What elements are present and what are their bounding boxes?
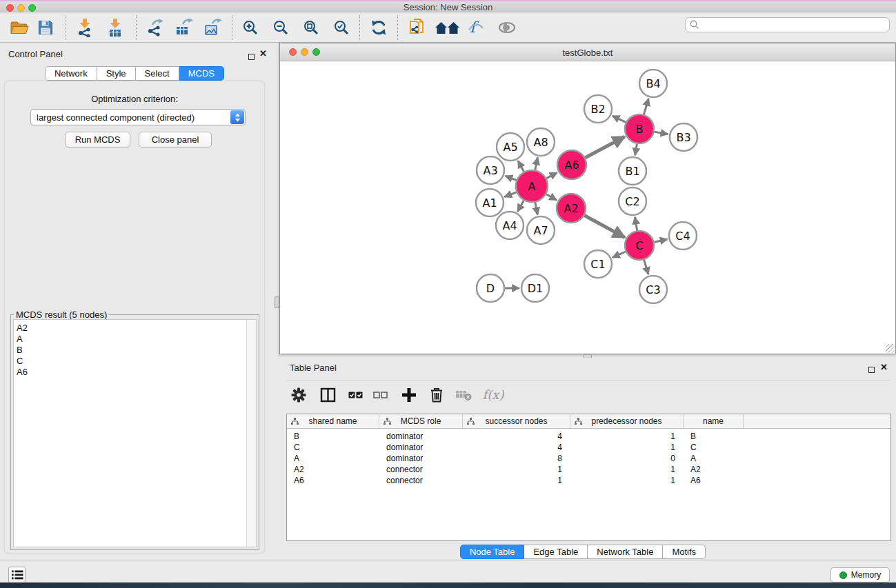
graph-node-A6[interactable]: A6 [557, 150, 586, 179]
graph-node-D[interactable]: D [477, 274, 504, 302]
result-list-scrollbar[interactable] [246, 320, 256, 547]
cell[interactable]: A6 [287, 476, 379, 485]
graph-node-C[interactable]: C [625, 231, 654, 260]
cell[interactable]: B [287, 432, 379, 441]
cell[interactable]: C [684, 443, 744, 452]
table-row-B[interactable]: Bdominator41B [287, 431, 890, 442]
run-mcds-button[interactable]: Run MCDS [65, 132, 130, 148]
graph-node-C3[interactable]: C3 [639, 276, 667, 303]
column-header-successor-nodes[interactable]: successor nodes [463, 414, 570, 428]
zoom-out-button[interactable] [269, 16, 292, 39]
graph-node-C2[interactable]: C2 [619, 187, 646, 215]
graph-node-B2[interactable]: B2 [584, 95, 612, 123]
edge-A-A8[interactable] [535, 158, 538, 170]
cell[interactable]: 1 [570, 443, 684, 452]
table-row-A6[interactable]: A6connector11A6 [287, 475, 890, 486]
edge-A-A3[interactable] [506, 176, 517, 180]
edge-A-A5[interactable] [518, 161, 524, 172]
refresh-button[interactable] [367, 16, 390, 39]
delete-table-button[interactable] [452, 383, 477, 407]
add-column-button[interactable] [397, 383, 421, 407]
edge-A-A2[interactable] [546, 194, 557, 201]
graph-node-B3[interactable]: B3 [670, 123, 697, 151]
graph-node-C1[interactable]: C1 [584, 250, 612, 278]
cell[interactable]: 0 [570, 454, 684, 463]
mcds-result-item-A2[interactable]: A2 [14, 323, 256, 334]
cell[interactable]: A [287, 454, 379, 463]
edge-A2-C[interactable] [584, 216, 625, 238]
cell[interactable]: connector [379, 476, 463, 485]
table-row-A2[interactable]: A2connector11A2 [287, 464, 890, 475]
window-resize-grip[interactable] [886, 344, 895, 353]
cell[interactable]: 1 [463, 465, 570, 474]
edge-C-C4[interactable] [655, 239, 668, 242]
export-table-button[interactable] [172, 16, 196, 39]
cell[interactable]: 1 [570, 432, 684, 441]
tab-motifs[interactable]: Motifs [663, 545, 706, 559]
graph-node-A1[interactable]: A1 [476, 189, 504, 216]
table-row-A[interactable]: Adominator80A [287, 453, 890, 464]
graph-node-A4[interactable]: A4 [496, 212, 524, 239]
cell[interactable]: 4 [463, 443, 570, 452]
cell[interactable]: dominator [379, 443, 463, 452]
export-network-button[interactable] [143, 16, 167, 39]
edge-B-B3[interactable] [655, 132, 668, 134]
delete-column-button[interactable] [424, 383, 449, 407]
memory-button[interactable]: Memory [830, 567, 890, 582]
graph-node-A[interactable]: A [516, 170, 548, 202]
show-hide-button[interactable] [495, 16, 519, 39]
cell[interactable]: connector [379, 465, 463, 474]
cell[interactable]: 8 [463, 454, 570, 463]
export-image-button[interactable] [201, 16, 225, 39]
close-panel-button-mcds[interactable]: Close panel [139, 132, 212, 148]
network-canvas[interactable]: B4B2BB3A5A8A6A3B1AA1C2A2A4A7C4CC1C3DD1 [280, 62, 895, 354]
graph-node-B1[interactable]: B1 [619, 157, 646, 185]
show-columns-button[interactable] [315, 383, 340, 407]
save-session-button[interactable] [34, 16, 57, 39]
function-builder-button[interactable]: f(x) [478, 383, 508, 407]
graph-node-A7[interactable]: A7 [527, 216, 555, 244]
tab-style[interactable]: Style [97, 66, 136, 81]
graph-node-C4[interactable]: C4 [669, 222, 697, 250]
graph-node-D1[interactable]: D1 [521, 274, 549, 302]
network-window-titlebar[interactable]: testGlobe.txt [280, 43, 895, 61]
panel-divider-handle[interactable] [275, 296, 279, 308]
edge-B-B1[interactable] [635, 144, 637, 156]
mcds-result-item-A6[interactable]: A6 [14, 367, 256, 378]
cell[interactable]: 1 [570, 465, 684, 474]
import-table-button[interactable] [103, 16, 127, 39]
cell[interactable]: dominator [379, 432, 463, 441]
tab-network[interactable]: Network [45, 66, 97, 81]
search-input[interactable] [703, 20, 889, 30]
cell[interactable]: A6 [684, 476, 744, 485]
zoom-in-button[interactable] [239, 16, 262, 39]
deselect-all-button[interactable] [368, 383, 392, 407]
edge-A-A7[interactable] [535, 203, 538, 215]
tab-mcds[interactable]: MCDS [179, 66, 224, 81]
filter-toggle-button[interactable]: f [464, 16, 488, 39]
table-close-button[interactable]: ✕ [880, 364, 888, 371]
graph-node-A3[interactable]: A3 [477, 156, 504, 184]
cell[interactable]: B [684, 432, 744, 441]
select-all-button[interactable] [343, 383, 368, 407]
home-layout-button[interactable] [434, 16, 461, 39]
zoom-fit-button[interactable] [299, 16, 323, 39]
cell[interactable]: 1 [463, 476, 570, 485]
zoom-selected-button[interactable] [330, 16, 353, 39]
cell[interactable]: C [287, 443, 379, 452]
graph-node-A2[interactable]: A2 [557, 194, 586, 223]
graph-node-B[interactable]: B [625, 114, 654, 143]
edge-A6-B[interactable] [585, 136, 624, 158]
graph-node-A5[interactable]: A5 [497, 133, 524, 161]
mcds-result-item-A[interactable]: A [14, 334, 256, 345]
cell[interactable]: A2 [684, 465, 744, 474]
graph-node-A8[interactable]: A8 [527, 128, 555, 156]
tab-select[interactable]: Select [136, 66, 179, 81]
tab-network-table[interactable]: Network Table [588, 545, 663, 559]
table-row-C[interactable]: Cdominator41C [287, 442, 890, 453]
edge-B-B2[interactable] [613, 116, 626, 122]
open-session-button[interactable] [8, 16, 31, 39]
edge-C-C3[interactable] [644, 260, 649, 274]
edge-C-C1[interactable] [613, 252, 626, 258]
column-header-predecessor-nodes[interactable]: predecessor nodes [570, 414, 684, 428]
